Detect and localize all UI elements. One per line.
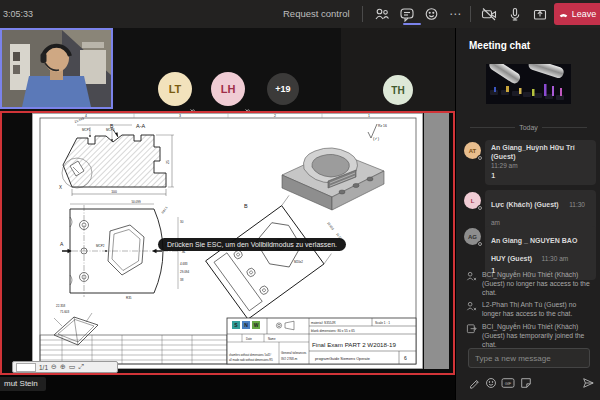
microphone-icon[interactable]	[503, 2, 527, 26]
meeting-top-bar: 3:05:33 Request control ⋯	[0, 0, 600, 28]
bottom-bar: mut Stein	[0, 375, 455, 400]
person-removed-icon	[466, 301, 477, 312]
sender-name: Lực (Khách) (Guest)	[491, 201, 559, 208]
zoom-in-button[interactable]: ⊕	[60, 363, 66, 371]
surface-finish-value: Rz 16	[378, 124, 387, 128]
drawing-subtitle: programGuide Siemens Operate	[315, 357, 370, 361]
overflow-count: +19	[275, 84, 290, 94]
avatar-initials: AG	[468, 234, 477, 240]
svg-text:3: 3	[179, 114, 181, 118]
presenter-video-tile[interactable]	[0, 28, 113, 109]
tolerance-note: ISO 2768-m	[281, 357, 298, 361]
fullscreen-exit-tooltip: Drücken Sie ESC, um den Vollbildmodus zu…	[158, 238, 346, 251]
request-control-button[interactable]: Request control	[283, 8, 350, 19]
webcam-video	[2, 30, 111, 107]
dim-label: 38	[180, 278, 184, 282]
dim-label: 4.683	[180, 262, 188, 266]
leave-button[interactable]: Leave	[554, 3, 600, 25]
reactions-icon[interactable]	[420, 2, 444, 26]
dim-label: 29.094	[180, 270, 190, 274]
dim-label: 100	[111, 190, 117, 194]
drawing-title: Final Exam PART 2 W2018-19	[312, 341, 396, 348]
sticker-icon[interactable]	[518, 376, 534, 390]
toolbar-divider	[362, 6, 363, 22]
system-message-text: BCI_Nguyễn Hữu Thiết (Khách) (Guest) has…	[482, 322, 596, 349]
avatar[interactable]: L	[464, 192, 481, 209]
system-message-text: BCI_Nguyễn Hữu Thiết (Khách) (Guest) no …	[482, 270, 596, 297]
meeting-chat-panel: Meeting chat	[455, 28, 600, 400]
camera-off-icon[interactable]	[477, 2, 501, 26]
tool-label: MCP2	[96, 244, 105, 248]
teams-meeting-window: 3:05:33 Request control ⋯	[0, 0, 600, 400]
svg-text:1: 1	[368, 114, 370, 118]
svg-text:4: 4	[85, 114, 87, 118]
dim-label: 71.603	[60, 310, 70, 314]
system-message: L2-Phan Thị Anh Tú (Guest) no longer has…	[466, 300, 596, 318]
more-options-button[interactable]: ⋯	[443, 2, 467, 26]
svg-text:N: N	[244, 322, 248, 328]
leave-label: Leave	[572, 9, 597, 19]
presenter-name-tag: mut Stein	[0, 377, 46, 391]
chat-header: Meeting chat	[469, 40, 530, 51]
dim-label: 25	[166, 160, 170, 164]
page-count: 1/1	[39, 364, 48, 371]
participants-icon[interactable]	[370, 2, 394, 26]
toolbar-divider	[470, 6, 471, 22]
avatar-initials: L	[471, 198, 475, 204]
tolerance-note: General tolerances	[281, 351, 307, 355]
zoom-out-button[interactable]: ⊖	[51, 363, 57, 371]
dim-label: 30	[180, 220, 184, 224]
gif-icon[interactable]: GIF	[500, 376, 516, 390]
dim-label: 50.099	[131, 200, 141, 204]
scale-field: Scale 1 : 1	[375, 321, 390, 325]
message-text: 1	[491, 171, 590, 181]
participant-avatar[interactable]: TH	[383, 75, 413, 105]
participant-avatar[interactable]: LH	[211, 72, 245, 106]
system-message-text: L2-Phan Thị Anh Tú (Guest) no longer has…	[482, 300, 596, 318]
avatar-initials: LH	[221, 83, 236, 95]
person-joined-icon	[466, 323, 477, 334]
message-bubble[interactable]: An Giang_Huỳnh Hữu Trí (Guest) 11:29 am …	[485, 140, 596, 185]
message-time: 11:29 am	[491, 161, 590, 170]
person-removed-icon	[466, 271, 477, 282]
shared-image-thumbnail[interactable]	[486, 64, 571, 104]
avatar[interactable]: AG	[464, 228, 481, 245]
chat-active-indicator	[403, 23, 421, 25]
page-number-input[interactable]	[16, 363, 36, 372]
keyboard-photo	[486, 64, 571, 104]
emoji-icon[interactable]	[483, 376, 499, 390]
drawing-note: all made radii without dimensions R5	[229, 358, 273, 362]
chat-message: AT An Giang_Huỳnh Hữu Trí (Guest) 11:29 …	[464, 140, 596, 185]
material-field: material: S355JR	[311, 321, 336, 325]
surface-finish-alt: (✓)	[373, 136, 380, 141]
blank-dimensions-field: blank dimensions: 80 x 55 x 65	[311, 329, 355, 333]
fit-page-button[interactable]: ▭	[69, 363, 76, 371]
avatar-initials: AT	[469, 148, 477, 154]
detail-label: X	[59, 185, 62, 190]
share-screen-icon[interactable]	[528, 2, 552, 26]
presence-indicator	[477, 205, 483, 211]
send-icon[interactable]	[580, 376, 596, 390]
svg-text:W: W	[254, 322, 259, 328]
system-message: BCI_Nguyễn Hữu Thiết (Khách) (Guest) no …	[466, 270, 596, 297]
avatar[interactable]: AT	[464, 142, 481, 159]
drawing-note: chamfers without dimensions 5x45°	[229, 353, 271, 357]
pdf-viewer-background	[424, 113, 449, 369]
hang-up-icon	[558, 9, 569, 20]
presence-indicator	[477, 155, 483, 161]
overflow-participants-badge[interactable]: +19	[267, 73, 299, 105]
meeting-timer: 3:05:33	[3, 9, 33, 19]
avatar-initials: LT	[169, 83, 182, 95]
sender-name: An Giang_Huỳnh Hữu Trí (Guest)	[491, 143, 590, 161]
tool-label: MCP1	[82, 128, 91, 132]
svg-text:GIF: GIF	[505, 381, 512, 386]
participant-avatar[interactable]: LT	[158, 72, 192, 106]
date-header: Date	[246, 337, 252, 341]
new-message-input[interactable]	[468, 348, 590, 368]
participant-strip: LT L2-Phan Thị... LH L2_Nguyen ... +19	[0, 28, 455, 111]
fit-width-button[interactable]: ⤢	[78, 363, 84, 371]
format-icon[interactable]	[466, 376, 482, 390]
system-message: BCI_Nguyễn Hữu Thiết (Khách) (Guest) has…	[466, 322, 596, 349]
message-time: 11:30 am	[542, 255, 569, 262]
name-header: Name	[268, 337, 276, 341]
